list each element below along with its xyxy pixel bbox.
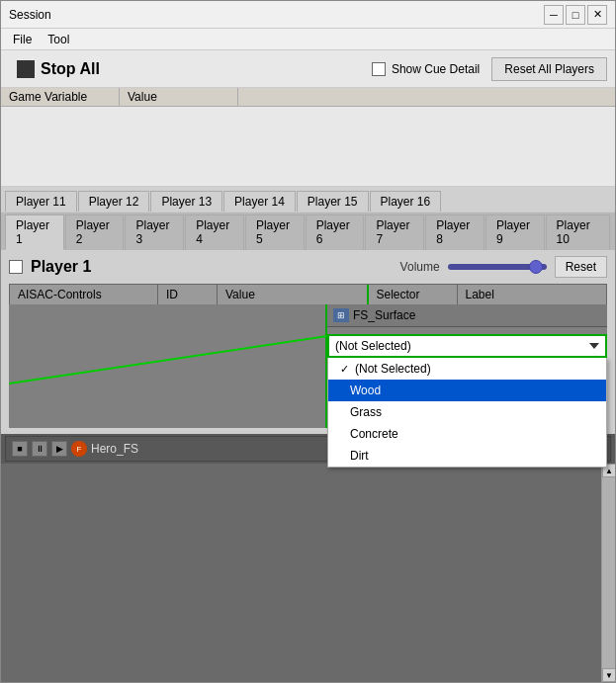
show-cue-area: Show Cue Detail <box>372 62 480 76</box>
selector-col-header: Selector <box>369 285 458 304</box>
dropdown-container: (Not Selected) (Not Selected) Wood Grass… <box>327 334 607 468</box>
value-aisac-col-header: Value <box>218 285 369 304</box>
stop-icon <box>17 60 35 78</box>
tab-player6[interactable]: Player 6 <box>306 214 365 250</box>
close-button[interactable]: ✕ <box>587 5 607 25</box>
dropdown-option-wood[interactable]: Wood <box>328 380 606 401</box>
game-variable-table: Game Variable Value <box>1 88 615 187</box>
player-tabs-top-row: Player 11 Player 12 Player 13 Player 14 … <box>1 187 615 213</box>
minimize-button[interactable]: ─ <box>544 5 564 25</box>
tab-player5[interactable]: Player 5 <box>245 214 305 250</box>
cue-stop-button[interactable]: ■ <box>12 441 28 457</box>
player-header: Player 1 Volume Reset <box>9 256 607 278</box>
right-scrollbar[interactable]: ▲ ▼ <box>601 464 615 682</box>
tab-player4[interactable]: Player 4 <box>185 214 244 250</box>
player-name: Player 1 <box>31 258 393 276</box>
volume-slider-container <box>448 264 547 270</box>
tab-player15[interactable]: Player 15 <box>297 191 369 212</box>
selector-name: FS_Surface <box>353 308 601 322</box>
cue-pause-button[interactable]: ⏸ <box>32 441 47 457</box>
player-reset-button[interactable]: Reset <box>555 256 607 278</box>
volume-track[interactable] <box>448 264 547 270</box>
aisac-col-header: AISAC-Controls <box>10 285 158 304</box>
toolbar: Stop All Show Cue Detail Reset All Playe… <box>1 50 615 88</box>
selector-row: ⊞ FS_Surface <box>327 304 607 327</box>
controls-area: ⊞ FS_Surface (Not Selected) (Not Selecte… <box>9 304 607 428</box>
player-tabs-bottom-row: Player 1 Player 2 Player 3 Player 4 Play… <box>1 213 615 250</box>
dropdown-selected-value: (Not Selected) <box>335 339 411 353</box>
green-line-svg <box>9 304 327 428</box>
show-cue-checkbox[interactable] <box>372 62 386 76</box>
dropdown-menu: (Not Selected) Wood Grass Concrete Dirt <box>327 358 607 468</box>
id-col-header: ID <box>158 285 218 304</box>
tab-player16[interactable]: Player 16 <box>370 191 442 212</box>
volume-label: Volume <box>400 260 440 274</box>
game-var-table-header: Game Variable Value <box>1 88 615 107</box>
game-var-col-header: Game Variable <box>1 88 120 106</box>
dropdown-option-concrete[interactable]: Concrete <box>328 423 606 445</box>
tab-player12[interactable]: Player 12 <box>78 191 150 212</box>
player-enable-checkbox[interactable] <box>9 260 23 274</box>
window-title: Session <box>9 8 544 22</box>
tab-player1[interactable]: Player 1 <box>5 214 64 250</box>
tab-player14[interactable]: Player 14 <box>223 191 296 212</box>
tab-player8[interactable]: Player 8 <box>425 214 484 250</box>
scrollbar-down-button[interactable]: ▼ <box>602 668 616 682</box>
tab-player11[interactable]: Player 11 <box>5 191 77 212</box>
dropdown-option-not-selected[interactable]: (Not Selected) <box>328 358 606 380</box>
dropdown-trigger[interactable]: (Not Selected) <box>327 334 607 358</box>
stop-all-label: Stop All <box>41 60 100 78</box>
menu-file[interactable]: File <box>5 31 40 48</box>
tab-player9[interactable]: Player 9 <box>485 214 545 250</box>
show-cue-label: Show Cue Detail <box>392 62 480 76</box>
main-window: Session ─ □ ✕ File Tool Stop All Show Cu… <box>0 0 616 683</box>
maximize-button[interactable]: □ <box>566 5 585 25</box>
scrollbar-track[interactable] <box>602 477 615 668</box>
stop-all-button[interactable]: Stop All <box>9 56 108 82</box>
selector-right-panel: ⊞ FS_Surface (Not Selected) (Not Selecte… <box>327 304 607 428</box>
tab-player10[interactable]: Player 10 <box>546 214 610 250</box>
tab-player3[interactable]: Player 3 <box>125 214 184 250</box>
label-col-header: Label <box>458 285 607 304</box>
dropdown-option-grass[interactable]: Grass <box>328 401 606 423</box>
dropdown-option-dirt[interactable]: Dirt <box>328 445 606 467</box>
menu-tool[interactable]: Tool <box>40 31 77 48</box>
value-col-header: Value <box>120 88 238 106</box>
tab-player7[interactable]: Player 7 <box>365 214 424 250</box>
volume-thumb[interactable] <box>529 260 543 274</box>
cue-type-icon: F <box>71 441 87 457</box>
title-bar: Session ─ □ ✕ <box>1 1 615 29</box>
tab-player2[interactable]: Player 2 <box>65 214 125 250</box>
menu-bar: File Tool <box>1 29 615 50</box>
selector-icon: ⊞ <box>333 308 349 322</box>
tab-player13[interactable]: Player 13 <box>150 191 222 212</box>
dropdown-arrow-icon <box>589 343 599 349</box>
reset-all-players-button[interactable]: Reset All Players <box>491 57 607 81</box>
aisac-left-panel <box>9 304 327 428</box>
bottom-empty-area: ▲ ▼ <box>1 464 615 682</box>
cue-play-button[interactable]: ▶ <box>51 441 67 457</box>
window-controls: ─ □ ✕ <box>544 5 607 25</box>
svg-line-0 <box>9 336 327 384</box>
player-panel: Player 1 Volume Reset AISAC-Controls ID … <box>1 250 615 434</box>
